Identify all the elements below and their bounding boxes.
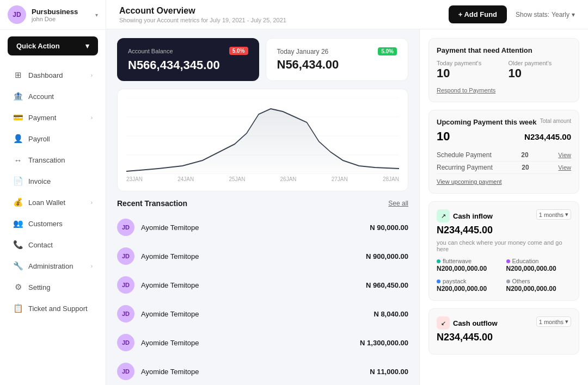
x-label: 25JAN [229, 176, 245, 182]
transaction-icon: ↔ [13, 155, 23, 165]
recurring-value: 20 [522, 164, 529, 171]
sidebar-item-label: Dashboard [28, 71, 85, 79]
account-balance-amount: N566,434,345.00 [128, 58, 248, 72]
cash-inflow-grid: flutterwave N200,000,000.00 Education N2… [437, 257, 571, 293]
recurring-view-link[interactable]: View [558, 164, 571, 171]
section-title: Recent Transaction [117, 199, 187, 208]
outflow-chevron-icon: ▾ [565, 318, 568, 325]
table-row: JD Ayomide Temitope N 8,040.00 [117, 300, 408, 328]
account-balance-card: Account Balance 5.0% N566,434,345.00 [117, 38, 259, 81]
sidebar-item-label: Administration [28, 262, 85, 270]
tx-name: Ayomide Temitope [141, 310, 367, 318]
contact-icon: 📞 [13, 240, 23, 250]
dot-blue-icon [437, 280, 440, 283]
sidebar-item-ticket[interactable]: 📋 Ticket and Support [4, 298, 101, 319]
show-stats-value: Yearly [552, 11, 569, 18]
avatar: JD [8, 5, 26, 24]
respond-payments-link[interactable]: Respond to Payments [437, 87, 495, 94]
table-row: JD Ayomide Temitope N 90,000.00 [117, 213, 408, 242]
today-payment-label: Today payment's [437, 60, 500, 66]
sidebar-item-invoice[interactable]: 📄 Invoice [4, 171, 101, 191]
sidebar-header: JD Pursbusiness john Doe ▾ [0, 0, 106, 30]
add-fund-button[interactable]: + Add Fund [449, 5, 507, 23]
view-upcoming-link[interactable]: View upcoming payment [437, 178, 502, 185]
upcoming-header: Upcoming Payment this week Total amount [437, 118, 571, 126]
recurring-label: Recurring Payment [437, 164, 493, 171]
today-payment-value: 10 [437, 66, 500, 80]
sidebar-item-payroll[interactable]: 👤 Payroll [4, 128, 101, 149]
sidebar-item-customers[interactable]: 👥 Customers [4, 213, 101, 234]
quick-action-label: Quick Action [16, 42, 60, 50]
today-date: Today January 26 5.0% [277, 47, 397, 55]
schedule-payment-row: Schedule Payment 20 View [437, 149, 571, 162]
older-payment-value: 10 [509, 66, 572, 80]
transactions-list: JD Ayomide Temitope N 90,000.00 JD Ayomi… [117, 213, 408, 385]
line-chart [126, 98, 399, 174]
cash-outflow-period-select[interactable]: 1 months ▾ [536, 316, 571, 327]
upcoming-title: Upcoming Payment this week [437, 118, 537, 126]
cash-inflow-card: ↗ Cash inflow 1 months ▾ N234,445.00 you… [428, 201, 579, 301]
older-payment-label: Older payment's [509, 60, 572, 66]
account-badge: 5.0% [229, 47, 248, 55]
chevron-down-icon: ▾ [95, 12, 98, 18]
sidebar-item-dashboard[interactable]: ⊞ Dashboard › [4, 65, 101, 85]
recent-transactions-section: Recent Transaction See all JD Ayomide Te… [117, 199, 408, 385]
payment-icon: 💳 [13, 113, 23, 122]
x-label: 24JAN [177, 176, 194, 182]
invoice-icon: 📄 [13, 176, 23, 186]
table-row: JD Ayomide Temitope N 900,000.00 [117, 242, 408, 271]
sidebar-item-label: Invoice [28, 177, 93, 185]
cash-outflow-card: ↙ Cash outflow 1 months ▾ N234,445.00 [428, 308, 579, 355]
sidebar-item-administration[interactable]: 🔧 Administration › [4, 256, 101, 276]
tx-amount: N 11,000.00 [370, 368, 408, 376]
tx-amount: N 960,450.00 [366, 281, 408, 289]
header-left: Account Overview Showing your Account me… [119, 6, 286, 23]
add-fund-label: + Add Fund [458, 10, 497, 18]
payment-attention-card: Payment that need Attention Today paymen… [428, 38, 579, 102]
schedule-value: 20 [521, 151, 528, 159]
show-stats: Show stats: Yearly ▾ [516, 11, 575, 18]
schedule-view-link[interactable]: View [558, 152, 571, 158]
sidebar-item-label: Contact [28, 241, 93, 249]
chevron-right-icon: › [91, 72, 93, 78]
quick-action-button[interactable]: Quick Action ▾ [8, 36, 98, 55]
avatar: JD [117, 219, 134, 236]
chart-x-labels: 23JAN 24JAN 25JAN 26JAN 27JAN 28JAN [126, 174, 399, 182]
sidebar-item-label: Loan Wallet [28, 198, 85, 207]
sidebar-item-contact[interactable]: 📞 Contact [4, 234, 101, 255]
cash-inflow-description: you can check where your money come and … [437, 239, 571, 252]
cash-inflow-icon: ↗ [437, 209, 450, 222]
upcoming-count: 10 [437, 129, 450, 144]
sidebar-item-transaction[interactable]: ↔ Transcation [4, 150, 101, 170]
header-right: + Add Fund Show stats: Yearly ▾ [449, 5, 575, 23]
tx-name: Ayomide Temitope [141, 223, 363, 232]
table-row: JD Ayomide Temitope N 11,000.00 [117, 357, 408, 385]
sidebar-item-label: Transcation [28, 156, 93, 164]
upcoming-total-amount: N234,445.00 [524, 132, 571, 141]
sidebar-item-setting[interactable]: ⚙ Setting [4, 277, 101, 297]
sidebar-item-payment[interactable]: 💳 Payment › [4, 107, 101, 128]
table-row: JD Ayomide Temitope N 1,300,000.00 [117, 328, 408, 357]
main-header: Account Overview Showing your Account me… [106, 0, 588, 29]
sidebar-item-account[interactable]: 🏦 Account [4, 86, 101, 107]
x-label: 28JAN [383, 176, 399, 182]
outflow-period-value: 1 months [539, 319, 564, 325]
sidebar-item-label: Ticket and Support [28, 305, 93, 313]
cash-grid-item-flutterwave: flutterwave N200,000,000.00 [437, 257, 502, 272]
customers-icon: 👥 [13, 219, 23, 228]
sidebar-item-label: Payment [28, 114, 85, 122]
administration-icon: 🔧 [13, 261, 23, 271]
sidebar: JD Pursbusiness john Doe ▾ Quick Action … [0, 0, 106, 385]
older-payment-count: Older payment's 10 [509, 60, 572, 80]
cash-outflow-header: ↙ Cash outflow 1 months ▾ [437, 316, 571, 330]
tx-name: Ayomide Temitope [141, 281, 359, 289]
tx-amount: N 8,040.00 [373, 310, 408, 318]
sidebar-item-loan-wallet[interactable]: 💰 Loan Wallet › [4, 192, 101, 213]
cash-inflow-period-select[interactable]: 1 months ▾ [536, 209, 571, 220]
see-all-link[interactable]: See all [388, 200, 408, 207]
cash-outflow-icon: ↙ [437, 316, 450, 330]
page-title: Account Overview [119, 6, 286, 16]
upcoming-rows: Schedule Payment 20 View Recurring Payme… [437, 149, 571, 174]
today-badge: 5.0% [378, 47, 397, 55]
payment-counts: Today payment's 10 Older payment's 10 [437, 60, 571, 80]
